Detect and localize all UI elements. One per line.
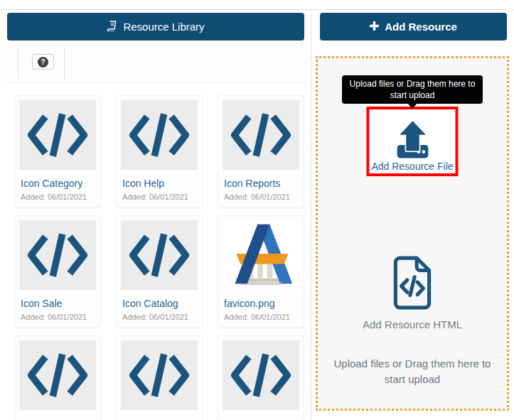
code-icon [27, 348, 88, 402]
resource-card[interactable]: favicon.png Added: 06/01/2021 [218, 215, 304, 328]
resource-card[interactable]: Icon Help Added: 06/01/2021 [116, 95, 203, 208]
code-icon [27, 228, 88, 282]
resource-thumbnail [121, 340, 198, 410]
upload-tooltip: Upload files or Drag them here to start … [342, 75, 483, 104]
code-icon [230, 348, 291, 402]
add-resource-html-button[interactable] [390, 256, 434, 313]
resource-added-date: Added: 06/01/2021 [223, 313, 299, 321]
column-divider [311, 10, 311, 420]
resource-library-panel: Resource Library ? [7, 13, 304, 83]
toolbar-separator [64, 48, 65, 79]
resource-added-date: Added: 06/01/2021 [121, 193, 198, 201]
resource-thumbnail [121, 100, 198, 170]
library-toolbar: ? [7, 41, 304, 83]
resource-name-link[interactable]: favicon.png [223, 298, 299, 309]
code-icon [129, 108, 190, 162]
drop-hint-text: Upload files or Drag them here to start … [328, 356, 497, 387]
resource-card[interactable] [218, 335, 304, 420]
resource-thumbnail [223, 220, 299, 290]
add-resource-header[interactable]: Add Resource [320, 13, 507, 41]
resource-thumbnail [121, 220, 198, 290]
resource-added-date: Added: 06/01/2021 [19, 313, 96, 321]
add-resource-html-label: Add Resource HTML [318, 318, 507, 330]
file-code-icon [390, 256, 434, 310]
resource-card-grid: Icon Category Added: 06/01/2021 Icon Hel… [14, 95, 304, 420]
upload-icon [392, 119, 432, 161]
plus-icon [370, 21, 379, 33]
help-button[interactable]: ? [32, 54, 54, 70]
toolbar-separator [18, 48, 18, 79]
page-top-divider [0, 9, 514, 10]
resource-added-date: Added: 06/01/2021 [223, 193, 299, 201]
question-circle-icon: ? [38, 57, 48, 68]
resource-card[interactable] [116, 335, 203, 420]
resource-name-link[interactable]: Icon Reports [223, 178, 299, 189]
resource-thumbnail [19, 340, 96, 410]
resource-thumbnail [223, 100, 299, 170]
add-resource-file-button[interactable]: Add Resource File [367, 107, 459, 176]
resource-added-date: Added: 06/01/2021 [19, 193, 96, 201]
resource-card[interactable]: Icon Reports Added: 06/01/2021 [218, 95, 304, 208]
resource-card[interactable]: Icon Catalog Added: 06/01/2021 [116, 215, 203, 328]
resource-name-link[interactable]: Icon Catalog [121, 298, 198, 309]
resource-card[interactable] [14, 335, 101, 420]
resource-name-link[interactable]: Icon Category [19, 178, 96, 189]
add-resource-file-label: Add Resource File [371, 161, 453, 172]
code-icon [27, 108, 88, 162]
code-icon [129, 228, 190, 282]
add-resource-panel: Add Resource [320, 13, 507, 41]
code-icon [230, 108, 291, 162]
resource-thumbnail [19, 220, 96, 290]
resource-card[interactable]: Icon Category Added: 06/01/2021 [14, 95, 101, 208]
resource-thumbnail [19, 100, 96, 170]
favicon-logo [225, 221, 296, 289]
resource-library-header: Resource Library [7, 13, 304, 41]
resource-thumbnail [223, 340, 299, 410]
panel-title: Add Resource [385, 21, 457, 33]
resource-added-date: Added: 06/01/2021 [121, 313, 198, 321]
resource-card[interactable]: Icon Sale Added: 06/01/2021 [14, 215, 101, 328]
resource-name-link[interactable]: Icon Sale [19, 298, 96, 309]
book-icon [107, 21, 117, 33]
tooltip-arrow [407, 103, 417, 109]
upload-dropzone[interactable]: Upload files or Drag them here to start … [316, 56, 509, 411]
code-icon [129, 348, 190, 402]
panel-title: Resource Library [123, 21, 204, 33]
resource-name-link[interactable]: Icon Help [121, 178, 198, 189]
